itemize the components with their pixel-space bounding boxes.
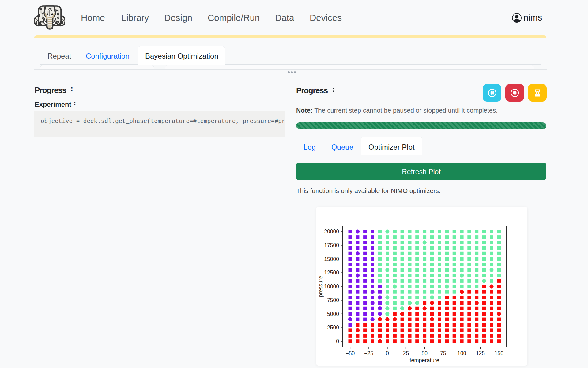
svg-text:−50: −50	[345, 350, 355, 356]
svg-text:125: 125	[476, 350, 485, 356]
svg-text:pressure: pressure	[318, 276, 324, 297]
svg-text:7500: 7500	[327, 297, 339, 303]
svg-text:2500: 2500	[327, 324, 339, 331]
svg-text:17500: 17500	[324, 242, 339, 248]
svg-text:temperature: temperature	[409, 357, 439, 363]
svg-text:12500: 12500	[324, 270, 339, 276]
svg-text:50: 50	[422, 350, 428, 356]
svg-text:−25: −25	[364, 350, 373, 356]
svg-text:5000: 5000	[327, 311, 339, 317]
svg-text:150: 150	[495, 350, 503, 356]
svg-text:0: 0	[336, 338, 339, 344]
svg-text:15000: 15000	[324, 256, 339, 262]
svg-text:0: 0	[386, 350, 389, 356]
svg-text:100: 100	[457, 350, 466, 356]
svg-text:10000: 10000	[324, 283, 339, 289]
svg-text:75: 75	[440, 350, 446, 356]
svg-text:25: 25	[403, 350, 409, 356]
svg-text:20000: 20000	[324, 228, 339, 235]
